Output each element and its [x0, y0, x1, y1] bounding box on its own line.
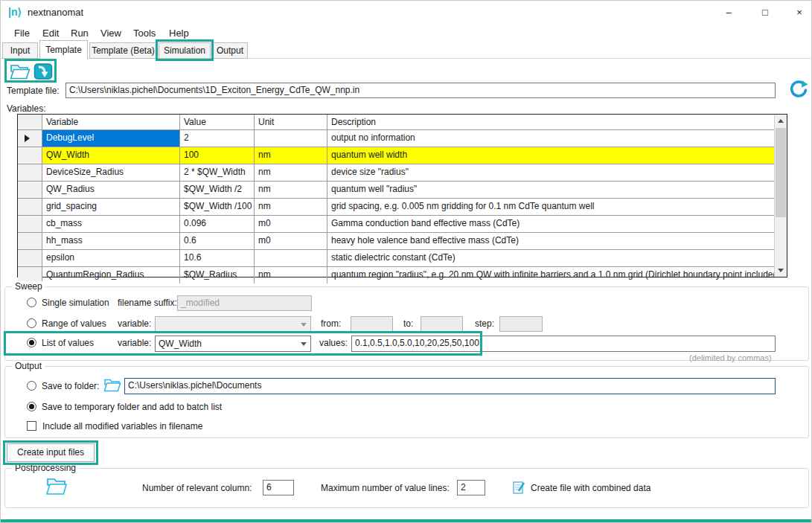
table-scrollbar[interactable] — [774, 115, 787, 277]
row-selector[interactable] — [18, 147, 42, 164]
table-row[interactable]: QW_Radius $QW_Width /2 nm quantum well "… — [18, 182, 787, 199]
header-unit[interactable]: Unit — [255, 115, 327, 129]
import-template-icon[interactable] — [33, 62, 53, 80]
header-gutter[interactable] — [18, 115, 42, 129]
table-row[interactable]: QW_Width 100 nm quantum well width — [18, 147, 787, 164]
maximize-button[interactable]: □ — [754, 5, 776, 20]
cell-value[interactable]: 0.6 — [180, 233, 255, 249]
cell-value[interactable]: 10.6 — [180, 250, 255, 266]
header-description[interactable]: Description — [327, 115, 774, 129]
cell-variable[interactable]: QuantumRegion_Radius — [42, 267, 180, 283]
folder-icon[interactable] — [103, 377, 121, 393]
step-input[interactable] — [499, 316, 543, 332]
menu-tools[interactable]: Tools — [133, 28, 156, 39]
include-variables-checkbox[interactable] — [27, 421, 36, 431]
cell-description[interactable]: quantum region "radius", e.g. 20 nm QW w… — [327, 267, 774, 283]
cell-unit[interactable]: m0 — [255, 216, 327, 232]
to-input[interactable] — [421, 316, 463, 332]
tab-template-beta[interactable]: Template (Beta) — [89, 42, 157, 59]
tab-template[interactable]: Template — [39, 40, 88, 60]
values-input[interactable]: 0.1,0.5,1.0,5.0,10,20,25,50,100 — [351, 336, 776, 352]
table-row[interactable]: grid_spacing $QW_Width /100 nm grid spac… — [18, 199, 787, 216]
cell-description[interactable]: quantum well width — [327, 147, 774, 164]
cell-description[interactable]: output no information — [327, 130, 774, 147]
filename-suffix-input[interactable]: _modified — [177, 295, 312, 311]
tab-simulation[interactable]: Simulation — [159, 42, 211, 59]
save-to-folder-radio[interactable] — [27, 381, 36, 391]
single-simulation-radio[interactable] — [27, 298, 36, 307]
relevant-column-input[interactable]: 6 — [263, 480, 294, 495]
cell-unit[interactable] — [255, 250, 327, 266]
cell-description[interactable]: device size "radius" — [327, 164, 774, 181]
cell-variable[interactable]: epsilon — [42, 250, 180, 266]
scroll-down-icon[interactable] — [778, 269, 784, 272]
cell-description[interactable]: quantum well "radius" — [327, 182, 774, 198]
list-of-values-radio[interactable] — [27, 338, 36, 347]
table-row[interactable]: hh_mass 0.6 m0 heavy hole valence band e… — [18, 233, 787, 250]
menu-file[interactable]: File — [14, 28, 30, 39]
cell-value[interactable]: 100 — [180, 147, 255, 164]
cell-value[interactable]: 2 — [180, 130, 255, 147]
cell-value[interactable]: 0.096 — [180, 216, 255, 232]
cell-variable[interactable]: DeviceSize_Radius — [42, 164, 180, 181]
cell-value[interactable]: 2 * $QW_Width — [180, 164, 255, 181]
range-of-values-radio[interactable] — [27, 318, 36, 328]
menu-run[interactable]: Run — [71, 28, 89, 39]
cell-variable[interactable]: cb_mass — [42, 216, 180, 232]
row-selector[interactable] — [18, 182, 42, 198]
row-selector[interactable] — [18, 216, 42, 232]
range-variable-select[interactable] — [155, 316, 311, 332]
table-row[interactable]: epsilon 10.6 static dielectric constant … — [18, 250, 787, 267]
row-selector[interactable] — [18, 233, 42, 249]
table-row[interactable]: DebugLevel 2 output no information — [18, 130, 787, 147]
cell-unit[interactable]: nm — [255, 199, 327, 215]
table-row[interactable]: DeviceSize_Radius 2 * $QW_Width nm devic… — [18, 164, 787, 182]
scrollbar-thumb[interactable] — [776, 128, 786, 217]
cell-unit[interactable]: nm — [255, 164, 327, 181]
save-folder-path-input[interactable]: C:\Users\niklas.pichel\Documents — [124, 378, 776, 394]
from-input[interactable] — [351, 316, 393, 332]
cell-variable[interactable]: QW_Width — [42, 147, 180, 164]
list-variable-select[interactable]: QW_Width — [155, 336, 311, 352]
cell-unit[interactable]: nm — [255, 182, 327, 198]
minimize-button[interactable]: – — [717, 5, 740, 20]
menu-edit[interactable]: Edit — [42, 28, 59, 39]
template-file-input[interactable]: C:\Users\niklas.pichel\Documents\1D_Exci… — [65, 83, 776, 98]
cell-unit[interactable] — [255, 130, 327, 147]
header-value[interactable]: Value — [180, 115, 255, 129]
close-button[interactable]: × — [788, 5, 811, 20]
cell-unit[interactable]: m0 — [255, 233, 327, 249]
cell-variable[interactable]: grid_spacing — [42, 199, 180, 215]
create-input-files-button[interactable]: Create input files — [7, 443, 95, 462]
menu-view[interactable]: View — [100, 28, 121, 39]
cell-variable[interactable]: hh_mass — [42, 233, 180, 249]
menu-help[interactable]: Help — [169, 28, 189, 39]
tab-output[interactable]: Output — [212, 42, 248, 59]
combined-data-icon[interactable] — [513, 481, 525, 495]
row-selector[interactable] — [18, 130, 42, 147]
tab-input[interactable]: Input — [2, 42, 38, 59]
refresh-icon[interactable] — [787, 79, 808, 100]
cell-variable[interactable]: DebugLevel — [42, 130, 180, 147]
cell-value[interactable]: $QW_Width /100 — [180, 199, 255, 215]
cell-description[interactable]: grid spacing, e.g. 0.005 nm gridding for… — [327, 199, 774, 215]
cell-unit[interactable]: nm — [255, 267, 327, 283]
row-selector[interactable] — [18, 250, 42, 266]
row-selector[interactable] — [18, 199, 42, 215]
scroll-up-icon[interactable] — [778, 119, 784, 123]
cell-variable[interactable]: QW_Radius — [42, 182, 180, 198]
save-temp-radio[interactable] — [27, 402, 36, 411]
cell-value[interactable]: $QW_Width /2 — [180, 182, 255, 198]
cell-description[interactable]: heavy hole valence band effective mass (… — [327, 233, 774, 249]
value-lines-input[interactable]: 2 — [457, 480, 485, 495]
postprocessing-folder-icon[interactable] — [45, 476, 68, 496]
table-row[interactable]: QuantumRegion_Radius $QW_Radius nm quant… — [18, 267, 787, 283]
cell-unit[interactable]: nm — [255, 147, 327, 164]
cell-description[interactable]: static dielectric constant (CdTe) — [327, 250, 774, 266]
cell-description[interactable]: Gamma conduction band effective mass (Cd… — [327, 216, 774, 232]
table-row[interactable]: cb_mass 0.096 m0 Gamma conduction band e… — [18, 216, 787, 233]
header-variable[interactable]: Variable — [42, 115, 180, 129]
open-template-icon[interactable] — [10, 62, 31, 80]
row-selector[interactable] — [18, 164, 42, 181]
cell-value[interactable]: $QW_Radius — [180, 267, 255, 283]
